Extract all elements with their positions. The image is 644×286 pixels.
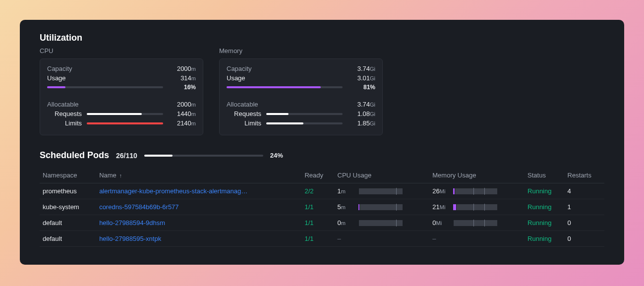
memory-limits-value: 1.85Gi <box>348 119 375 127</box>
pods-count: 26/110 <box>116 152 137 160</box>
col-restarts[interactable]: Restarts <box>565 168 604 183</box>
col-namespace[interactable]: Namespace <box>40 168 96 183</box>
cell-cpu: – <box>335 231 430 247</box>
cpu-allocatable-label: Allocatable <box>47 101 79 108</box>
cell-restarts: 1 <box>565 199 604 215</box>
cpu-card: Capacity 2000m Usage 314m 16% Allocatabl… <box>40 58 203 135</box>
utilization-title: Utilization <box>40 33 604 43</box>
cell-ready: 1/1 <box>301 199 334 215</box>
cell-memory: 0Mi <box>429 215 525 231</box>
cell-ready: 2/2 <box>301 183 334 199</box>
memory-usage-bar <box>227 86 343 88</box>
cpu-limits-value: 2140m <box>168 119 196 127</box>
memory-capacity-label: Capacity <box>227 65 252 72</box>
cpu-usage-value: 314m <box>180 74 196 82</box>
col-memory[interactable]: Memory Usage <box>429 168 525 183</box>
sort-arrow-icon: ↑ <box>119 172 122 178</box>
cell-cpu: 0m <box>335 215 430 231</box>
cell-namespace: default <box>40 231 96 247</box>
cpu-column: CPU Capacity 2000m Usage 314m 16% Alloca… <box>40 47 203 135</box>
cell-namespace: prometheus <box>40 183 96 199</box>
memory-requests-label: Requests <box>227 110 261 117</box>
cell-cpu: 5m <box>335 199 430 215</box>
pods-header: Scheduled Pods 26/110 24% <box>40 150 604 161</box>
cpu-requests-label: Requests <box>47 110 82 117</box>
memory-card: Capacity 3.74Gi Usage 3.01Gi 81% Allocat… <box>219 58 383 135</box>
cpu-allocatable-value: 2000m <box>177 101 196 108</box>
memory-capacity-value: 3.74Gi <box>357 65 375 72</box>
cell-status: Running <box>525 199 564 215</box>
memory-column: Memory Capacity 3.74Gi Usage 3.01Gi 81% … <box>219 47 383 135</box>
memory-usage-label: Usage <box>227 74 245 82</box>
cell-name[interactable]: hello-27988595-xntpk <box>96 231 301 247</box>
pods-table: Namespace Name ↑ Ready CPU Usage Memory … <box>40 168 604 247</box>
cell-memory: – <box>429 231 525 247</box>
memory-label: Memory <box>219 47 383 55</box>
cell-restarts: 4 <box>565 183 604 199</box>
memory-allocatable-value: 3.74Gi <box>357 101 375 108</box>
cell-ready: 1/1 <box>301 231 334 247</box>
memory-requests-bar <box>266 113 343 115</box>
cpu-requests-bar <box>87 113 163 115</box>
cell-namespace: kube-system <box>40 199 96 215</box>
cpu-limits-bar <box>87 122 163 124</box>
cell-memory: 26Mi <box>429 183 525 199</box>
cell-memory: 21Mi <box>429 199 525 215</box>
cell-name[interactable]: hello-27988594-9dhsm <box>96 215 301 231</box>
memory-requests-value: 1.08Gi <box>348 110 375 117</box>
cpu-usage-label: Usage <box>47 74 66 82</box>
memory-limits-label: Limits <box>227 119 261 127</box>
pods-title: Scheduled Pods <box>40 150 109 161</box>
memory-usage-value: 3.01Gi <box>357 74 375 82</box>
cell-restarts: 0 <box>565 215 604 231</box>
table-row[interactable]: prometheusalertmanager-kube-prometheus-s… <box>40 183 604 199</box>
cell-namespace: default <box>40 215 96 231</box>
memory-allocatable-label: Allocatable <box>227 101 258 108</box>
table-row[interactable]: defaulthello-27988594-9dhsm1/10m0MiRunni… <box>40 215 604 231</box>
memory-usage-pct: 81% <box>348 84 375 91</box>
cell-name[interactable]: coredns-597584b69b-6r577 <box>96 199 301 215</box>
utilization-row: CPU Capacity 2000m Usage 314m 16% Alloca… <box>40 47 604 135</box>
col-status[interactable]: Status <box>525 168 564 183</box>
cell-status: Running <box>525 183 564 199</box>
cell-name[interactable]: alertmanager-kube-prometheus-stack-alert… <box>96 183 301 199</box>
cpu-requests-value: 1440m <box>168 110 196 117</box>
pods-capacity-bar <box>144 155 263 157</box>
cpu-label: CPU <box>40 47 203 55</box>
table-row[interactable]: defaulthello-27988595-xntpk1/1––Running0 <box>40 231 604 247</box>
dashboard-panel: Utilization CPU Capacity 2000m Usage 314… <box>20 20 624 265</box>
cpu-capacity-value: 2000m <box>177 65 196 72</box>
cell-status: Running <box>525 231 564 247</box>
cpu-usage-pct: 16% <box>168 84 196 91</box>
col-cpu[interactable]: CPU Usage <box>335 168 430 183</box>
table-row[interactable]: kube-systemcoredns-597584b69b-6r5771/15m… <box>40 199 604 215</box>
col-ready[interactable]: Ready <box>301 168 334 183</box>
memory-limits-bar <box>266 122 343 124</box>
cpu-usage-bar <box>47 86 163 88</box>
cell-status: Running <box>525 215 564 231</box>
cell-cpu: 1m <box>335 183 430 199</box>
cpu-limits-label: Limits <box>47 119 82 127</box>
cpu-capacity-label: Capacity <box>47 65 72 72</box>
col-name[interactable]: Name ↑ <box>96 168 301 183</box>
cell-ready: 1/1 <box>301 215 334 231</box>
pods-pct: 24% <box>270 152 283 159</box>
cell-restarts: 0 <box>565 231 604 247</box>
